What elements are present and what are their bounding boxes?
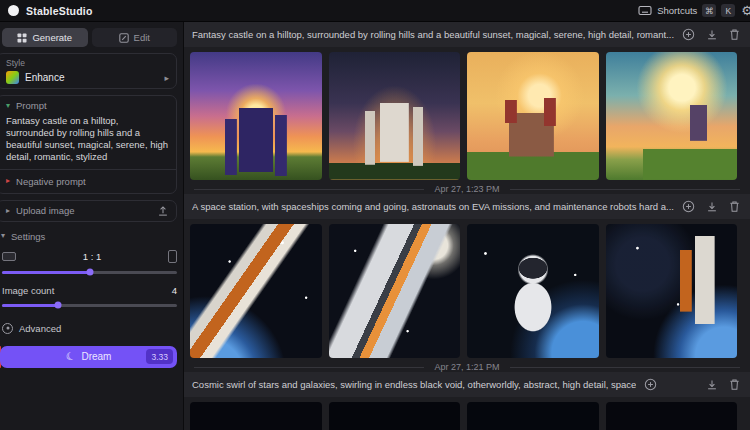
aspect-ratio-slider[interactable] bbox=[2, 271, 177, 274]
prompt-label: Prompt bbox=[16, 100, 47, 111]
upload-image-section[interactable]: ▸ Upload image bbox=[0, 200, 177, 222]
style-label: Style bbox=[6, 58, 169, 68]
tab-edit[interactable]: Edit bbox=[92, 28, 178, 47]
upload-icon[interactable] bbox=[157, 205, 169, 217]
image-count-slider[interactable] bbox=[2, 304, 177, 307]
image-count-row: Image count 4 bbox=[2, 285, 177, 296]
advanced-icon bbox=[2, 323, 13, 334]
prompt-input[interactable]: Fantasy castle on a hilltop, surrounded … bbox=[6, 115, 169, 163]
generations-feed: Fantasy castle on a hilltop, surrounded … bbox=[184, 22, 750, 430]
generate-icon bbox=[17, 33, 27, 43]
timestamp: Apr 27, 1:21 PM bbox=[434, 362, 499, 372]
settings-gear-icon[interactable]: ⚙ bbox=[741, 4, 750, 17]
trash-icon[interactable] bbox=[729, 200, 740, 213]
generated-image[interactable] bbox=[467, 224, 599, 358]
aspect-ratio-value: 1 : 1 bbox=[16, 251, 168, 262]
generation-group-header: A space station, with spaceships coming … bbox=[184, 194, 750, 219]
aspect-ratio-row: 1 : 1 bbox=[2, 250, 177, 263]
generated-image[interactable] bbox=[329, 52, 461, 180]
advanced-section[interactable]: Advanced bbox=[2, 323, 177, 334]
chevron-right-icon: ▸ bbox=[164, 73, 169, 83]
timestamp: Apr 27, 1:23 PM bbox=[434, 184, 499, 194]
keyboard-icon bbox=[638, 5, 652, 16]
settings-section-header[interactable]: ▾ Settings bbox=[1, 231, 177, 242]
generated-image[interactable] bbox=[606, 224, 738, 358]
caret-right-icon: ▸ bbox=[6, 207, 10, 215]
tab-generate-label: Generate bbox=[32, 32, 72, 43]
settings-label: Settings bbox=[11, 231, 45, 242]
generated-image[interactable] bbox=[606, 402, 738, 430]
generated-image[interactable] bbox=[329, 402, 461, 430]
prompt-panel: ▾ Prompt Fantasy castle on a hilltop, su… bbox=[0, 95, 177, 194]
group-prompt-text: A space station, with spaceships coming … bbox=[192, 201, 674, 212]
negative-prompt-section[interactable]: ▸ Negative prompt bbox=[6, 176, 169, 187]
trash-icon[interactable] bbox=[729, 378, 740, 391]
portrait-ratio-icon[interactable] bbox=[168, 250, 177, 263]
download-icon[interactable] bbox=[706, 378, 718, 391]
advanced-label: Advanced bbox=[19, 323, 61, 334]
tab-edit-label: Edit bbox=[134, 32, 150, 43]
generated-image[interactable] bbox=[606, 52, 738, 180]
timestamp-divider: Apr 27, 1:21 PM bbox=[184, 362, 750, 372]
generated-image[interactable] bbox=[467, 402, 599, 430]
credits-badge: 3.33 bbox=[146, 349, 173, 364]
style-thumbnail bbox=[6, 71, 19, 84]
image-grid bbox=[184, 47, 750, 184]
generated-image[interactable] bbox=[467, 52, 599, 180]
moon-icon: ☾ bbox=[64, 350, 76, 363]
download-icon[interactable] bbox=[706, 28, 718, 41]
shortcuts-button[interactable]: Shortcuts ⌘ K bbox=[638, 4, 735, 17]
mode-tabs: Generate Edit bbox=[2, 28, 177, 47]
image-count-value: 4 bbox=[172, 285, 177, 296]
style-value: Enhance bbox=[25, 72, 158, 83]
generation-group-header: Cosmic swirl of stars and galaxies, swir… bbox=[184, 372, 750, 397]
generated-image[interactable] bbox=[329, 224, 461, 358]
top-bar: StableStudio Shortcuts ⌘ K ⚙ bbox=[0, 0, 750, 22]
app-logo bbox=[8, 5, 19, 16]
image-grid bbox=[184, 397, 750, 430]
plus-circle-icon[interactable] bbox=[682, 200, 695, 213]
app-title: StableStudio bbox=[26, 5, 93, 17]
generated-image[interactable] bbox=[190, 402, 322, 430]
sidebar: Generate Edit Style Enhance ▸ ▾ Prompt bbox=[0, 22, 184, 430]
negative-prompt-label: Negative prompt bbox=[16, 176, 86, 187]
image-grid bbox=[184, 219, 750, 362]
generated-image[interactable] bbox=[190, 224, 322, 358]
image-count-label: Image count bbox=[2, 285, 172, 296]
caret-down-icon: ▾ bbox=[1, 232, 5, 240]
plus-circle-icon[interactable] bbox=[644, 378, 657, 391]
shortcuts-label: Shortcuts bbox=[657, 5, 697, 16]
caret-down-icon: ▾ bbox=[6, 102, 10, 110]
caret-right-icon: ▸ bbox=[6, 177, 10, 185]
plus-circle-icon[interactable] bbox=[682, 28, 695, 41]
timestamp-divider: Apr 27, 1:23 PM bbox=[184, 184, 750, 194]
trash-icon[interactable] bbox=[729, 28, 740, 41]
tab-generate[interactable]: Generate bbox=[2, 28, 88, 47]
landscape-ratio-icon[interactable] bbox=[2, 252, 16, 261]
group-prompt-text: Fantasy castle on a hilltop, surrounded … bbox=[192, 29, 674, 40]
generation-group-header: Fantasy castle on a hilltop, surrounded … bbox=[184, 22, 750, 47]
upload-image-label: Upload image bbox=[16, 205, 75, 216]
dream-button-label: Dream bbox=[81, 351, 111, 362]
download-icon[interactable] bbox=[706, 200, 718, 213]
edit-icon bbox=[119, 33, 129, 43]
k-key-badge: K bbox=[721, 4, 735, 17]
prompt-section-header[interactable]: ▾ Prompt bbox=[6, 100, 169, 111]
group-prompt-text: Cosmic swirl of stars and galaxies, swir… bbox=[192, 379, 636, 390]
cmd-key-badge: ⌘ bbox=[702, 4, 716, 17]
dream-button[interactable]: ☾ Dream 3.33 bbox=[0, 346, 177, 368]
style-selector[interactable]: Style Enhance ▸ bbox=[0, 53, 177, 89]
generated-image[interactable] bbox=[190, 52, 322, 180]
